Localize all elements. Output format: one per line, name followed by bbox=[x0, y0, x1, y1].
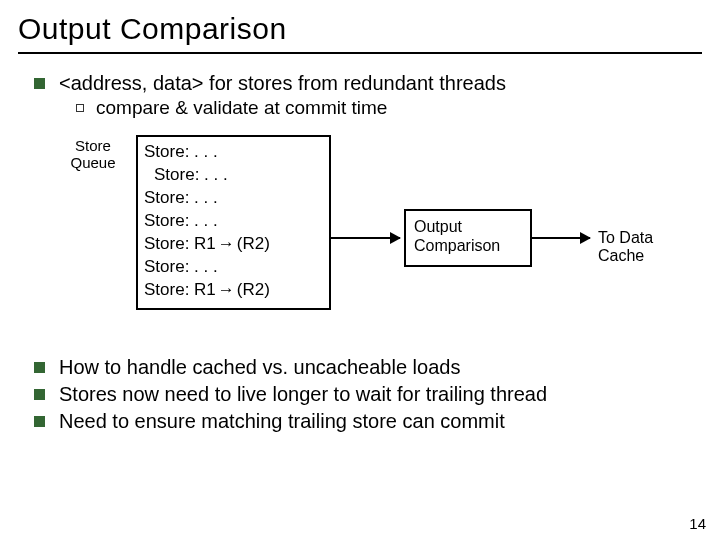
queue-row: Store: R1 → (R2) bbox=[144, 279, 323, 302]
bullet-3-text: Stores now need to live longer to wait f… bbox=[59, 383, 547, 406]
queue-row: Store: . . . bbox=[144, 256, 323, 279]
output-comparison-line1: Output bbox=[414, 217, 522, 236]
store-queue-label-line2: Queue bbox=[58, 154, 128, 171]
diagram: Store Queue Store: . . . Store: . . . St… bbox=[58, 133, 698, 338]
right-arrow-icon: → bbox=[216, 233, 237, 256]
queue-row: Store: . . . bbox=[144, 141, 323, 164]
bullet-2-text: How to handle cached vs. uncacheable loa… bbox=[59, 356, 460, 379]
subbullet-1-text: compare & validate at commit time bbox=[96, 97, 387, 119]
hollow-bullet-icon bbox=[76, 104, 84, 112]
square-bullet-icon bbox=[34, 389, 45, 400]
queue-row: Store: R1 → (R2) bbox=[144, 233, 323, 256]
slide-title: Output Comparison bbox=[18, 12, 702, 46]
page-number: 14 bbox=[689, 515, 706, 532]
square-bullet-icon bbox=[34, 362, 45, 373]
output-comparison-box: Output Comparison bbox=[404, 209, 532, 267]
arrow-icon bbox=[532, 237, 590, 239]
store-queue-label-line1: Store bbox=[58, 137, 128, 154]
queue-row-post: (R2) bbox=[237, 233, 270, 256]
queue-row: Store: . . . bbox=[144, 187, 323, 210]
to-data-cache-label: To Data Cache bbox=[598, 229, 698, 265]
queue-row: Store: . . . bbox=[144, 210, 323, 233]
queue-row-post: (R2) bbox=[237, 279, 270, 302]
store-queue-box: Store: . . . Store: . . . Store: . . . S… bbox=[136, 135, 331, 310]
bullet-4-text: Need to ensure matching trailing store c… bbox=[59, 410, 505, 433]
output-comparison-line2: Comparison bbox=[414, 236, 522, 255]
square-bullet-icon bbox=[34, 78, 45, 89]
bullet-1-text: <address, data> for stores from redundan… bbox=[59, 72, 506, 95]
queue-row-pre: Store: R1 bbox=[144, 233, 216, 256]
arrow-icon bbox=[330, 237, 400, 239]
bullet-4: Need to ensure matching trailing store c… bbox=[34, 410, 702, 433]
title-underline bbox=[18, 52, 702, 54]
store-queue-label: Store Queue bbox=[58, 137, 128, 172]
bullet-3: Stores now need to live longer to wait f… bbox=[34, 383, 702, 406]
bullet-1: <address, data> for stores from redundan… bbox=[34, 72, 702, 95]
right-arrow-icon: → bbox=[216, 279, 237, 302]
queue-row-pre: Store: R1 bbox=[144, 279, 216, 302]
square-bullet-icon bbox=[34, 416, 45, 427]
queue-row: Store: . . . bbox=[144, 164, 323, 187]
subbullet-1: compare & validate at commit time bbox=[76, 97, 702, 119]
bullet-2: How to handle cached vs. uncacheable loa… bbox=[34, 356, 702, 379]
